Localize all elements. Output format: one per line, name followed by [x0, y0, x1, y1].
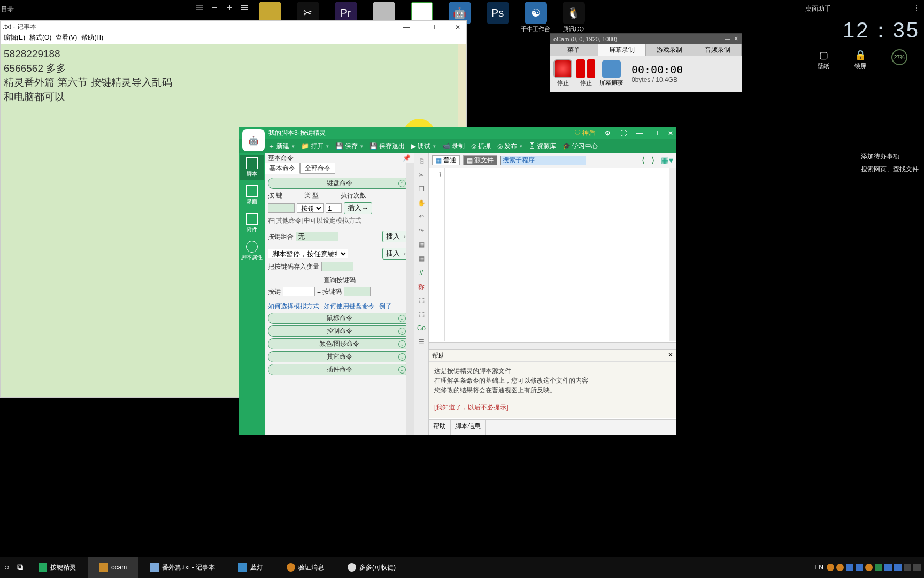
strip-redo-icon[interactable]: ↷ [417, 227, 426, 235]
link-sim[interactable]: 如何选择模拟方式 [268, 302, 319, 311]
strip-paste-icon[interactable]: ❐ [417, 185, 426, 194]
key-input[interactable] [268, 203, 295, 213]
strip-icon[interactable]: ☰ [417, 338, 426, 347]
menu-edit[interactable]: 编辑(E) [4, 33, 25, 44]
editor-hscrollbar[interactable] [429, 342, 676, 349]
nav-next-icon[interactable]: ⟩ [651, 155, 654, 165]
minus-icon[interactable] [210, 3, 219, 12]
strip-go-icon[interactable]: Go [417, 324, 426, 333]
lookup-key-input[interactable] [283, 287, 315, 296]
code-editor[interactable]: 1 [429, 168, 676, 341]
type-select[interactable]: 按键 [297, 203, 324, 213]
side-script[interactable]: 脚本 [240, 155, 264, 180]
strip-cut-icon[interactable]: ✂ [417, 171, 426, 180]
new-button[interactable]: ＋ 新建▾ [268, 142, 295, 151]
menu-format[interactable]: 格式(O) [29, 33, 51, 44]
side-attach[interactable]: 附件 [240, 211, 264, 235]
ocam-tab-screen[interactable]: 屏幕录制 [598, 44, 646, 56]
insert-button[interactable]: 插入→ [344, 202, 372, 214]
ocam-capture-button[interactable]: 屏幕捕获 [599, 60, 623, 87]
dock-item[interactable]: Ps [483, 2, 512, 33]
combo-input[interactable] [296, 232, 338, 241]
help-close-icon[interactable]: ✕ [668, 351, 673, 360]
var-input[interactable] [321, 262, 353, 271]
maximize-icon[interactable]: ☐ [652, 130, 658, 137]
view-tab-source[interactable]: ▤源文件 [463, 155, 497, 165]
strip-char-icon[interactable]: 称 [417, 283, 426, 291]
pin-icon[interactable]: 📌 [403, 154, 411, 162]
count-input[interactable] [326, 203, 342, 213]
link-example[interactable]: 例子 [379, 302, 392, 311]
cmd-tab-all[interactable]: 全部命令 [300, 163, 335, 174]
ocam-tab-menu[interactable]: 菜单 [550, 44, 598, 56]
save-exit-button[interactable]: 💾 保存退出 [369, 142, 405, 151]
fullscreen-icon[interactable]: ⛶ [620, 130, 627, 137]
debug-button[interactable]: ▶ 调试▾ [411, 142, 436, 151]
acc-plugin[interactable]: 插件命令⌄ [268, 364, 411, 375]
search-subroutine-input[interactable] [500, 156, 586, 165]
btab-scriptinfo[interactable]: 脚本信息 [451, 420, 486, 435]
minimize-icon[interactable]: — [400, 24, 413, 31]
nav-prev-icon[interactable]: ⟨ [642, 155, 645, 165]
lookup-code-input[interactable] [344, 287, 371, 296]
list-icon[interactable] [195, 3, 204, 12]
help-confirm-link[interactable]: [我知道了，以后不必提示] [434, 402, 671, 412]
dock-item[interactable]: 🐧腾讯QQ [559, 2, 588, 33]
dock-item[interactable]: ☯千牛工作台 [521, 2, 550, 33]
tray-lang[interactable]: EN [814, 564, 823, 571]
pause-select[interactable]: 脚本暂停，按任意键继续 [268, 249, 348, 258]
acc-other[interactable]: 其它命令⌄ [268, 351, 411, 362]
side-ui[interactable]: 界面 [240, 183, 264, 208]
nav-grid-icon[interactable]: ▦▾ [661, 155, 673, 165]
strip-icon[interactable]: ▦ [417, 241, 426, 249]
percent-gauge[interactable]: 27% [891, 49, 907, 65]
cmd-tab-basic[interactable]: 基本命令 [265, 163, 300, 174]
maximize-icon[interactable]: ☐ [426, 24, 438, 31]
tray-icons[interactable] [827, 564, 921, 571]
cmd-scrollbar[interactable] [406, 163, 414, 435]
ocam-close-icon[interactable]: ✕ [734, 35, 738, 42]
start-button[interactable]: ○ [0, 562, 13, 572]
editor-vscrollbar[interactable] [669, 168, 676, 341]
lock-icon[interactable]: 🔒 [854, 49, 866, 61]
task-lantern[interactable]: 蓝灯 [227, 557, 275, 578]
widget-close-icon[interactable]: ⋮ [913, 4, 920, 13]
minimize-icon[interactable]: — [636, 130, 643, 137]
resources-button[interactable]: 🗄 资源库 [529, 142, 556, 151]
ocam-tab-audio[interactable]: 音频录制 [694, 44, 742, 56]
close-icon[interactable]: ✕ [451, 24, 464, 31]
view-tab-normal[interactable]: ▦普通 [432, 155, 460, 165]
btab-help[interactable]: 帮助 [429, 420, 451, 435]
acc-color[interactable]: 颜色/图形命令⌄ [268, 338, 411, 349]
settings-icon[interactable]: ⚙ [605, 130, 611, 137]
task-verify[interactable]: 验证消息 [275, 557, 336, 578]
acc-control[interactable]: 控制命令⌄ [268, 325, 411, 337]
ocam-tab-game[interactable]: 游戏录制 [646, 44, 694, 56]
task-duoduo[interactable]: 多多(可收徒) [336, 557, 407, 578]
strip-undo-icon[interactable]: ↶ [417, 213, 426, 222]
ocam-min-icon[interactable]: — [725, 35, 730, 42]
strip-icon[interactable]: ⬚ [417, 296, 426, 305]
strip-icon[interactable]: ⬚ [417, 310, 426, 319]
task-notepad[interactable]: 番外篇.txt - 记事本 [138, 557, 227, 578]
learn-button[interactable]: 🎓 学习中心 [563, 142, 598, 151]
taskview-button[interactable]: ⧉ [13, 562, 27, 572]
ocam-stop-button[interactable]: 停止 [553, 59, 572, 87]
menu-help[interactable]: 帮助(H) [81, 33, 103, 44]
task-ocam[interactable]: ocam [88, 557, 138, 578]
strip-copy-icon[interactable]: ⎘ [417, 157, 426, 166]
capture-button[interactable]: ◎ 抓抓 [471, 142, 491, 151]
close-icon[interactable]: ✕ [668, 130, 673, 137]
strip-icon[interactable]: ▦ [417, 255, 426, 263]
wallpaper-icon[interactable]: ▢ [819, 49, 828, 61]
save-button[interactable]: 💾 保存▾ [335, 142, 363, 151]
shield-button[interactable]: 神盾 [582, 129, 595, 136]
ocam-pause-button[interactable]: 停止 [576, 59, 595, 87]
record-button[interactable]: 📹 录制 [442, 142, 465, 151]
side-props[interactable]: 脚本属性 [240, 239, 264, 263]
task-qm[interactable]: 按键精灵 [27, 557, 88, 578]
link-kbcmd[interactable]: 如何使用键盘命令 [324, 302, 375, 311]
acc-keyboard[interactable]: 键盘命令⌃ [268, 178, 411, 189]
menu-view[interactable]: 查看(V) [56, 33, 77, 44]
open-button[interactable]: 📁 打开▾ [301, 142, 329, 151]
